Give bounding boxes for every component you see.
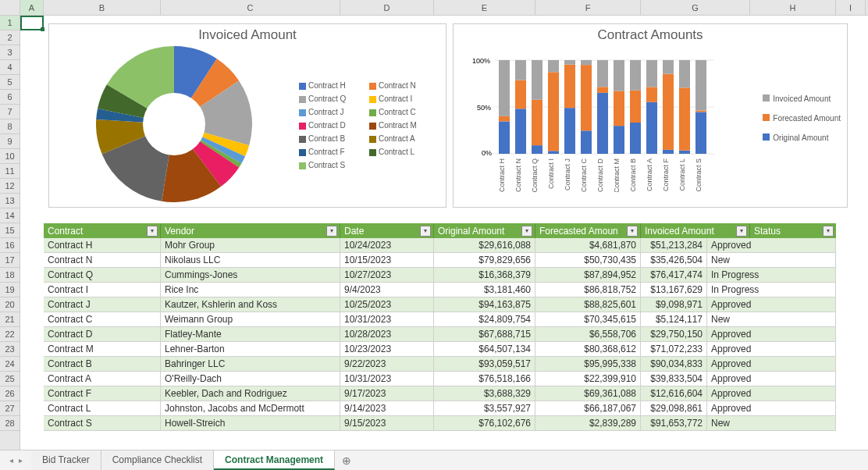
row-header-12[interactable]: 12 bbox=[0, 179, 20, 194]
th-status[interactable]: Status▾ bbox=[750, 223, 836, 238]
row-header-23[interactable]: 23 bbox=[0, 342, 20, 357]
cell[interactable]: $9,098,971 bbox=[641, 297, 707, 312]
cell[interactable]: $88,825,601 bbox=[535, 297, 641, 312]
row-header-4[interactable]: 4 bbox=[0, 60, 20, 75]
cell[interactable]: Approved bbox=[707, 372, 836, 386]
cell[interactable]: $4,681,870 bbox=[535, 238, 641, 253]
tab-nav-arrows[interactable]: ◂ ▸ bbox=[0, 456, 31, 465]
cell[interactable]: Contract L bbox=[44, 401, 161, 416]
cell[interactable]: Howell-Streich bbox=[161, 416, 340, 431]
cell[interactable]: $79,829,656 bbox=[434, 253, 535, 268]
row-header-28[interactable]: 28 bbox=[0, 416, 20, 431]
add-sheet-button[interactable]: ⊕ bbox=[335, 454, 358, 467]
cell[interactable]: Weimann Group bbox=[161, 312, 340, 327]
row-header-14[interactable]: 14 bbox=[0, 208, 20, 223]
cell[interactable]: $87,894,952 bbox=[535, 268, 641, 283]
th-date[interactable]: Date▾ bbox=[340, 223, 434, 238]
cell[interactable]: Approved bbox=[707, 327, 836, 342]
cell[interactable]: 9/4/2023 bbox=[340, 283, 434, 297]
cell[interactable]: $35,426,504 bbox=[641, 253, 707, 268]
cell[interactable]: $91,653,772 bbox=[641, 416, 707, 431]
row-header-16[interactable]: 16 bbox=[0, 238, 20, 253]
cell[interactable]: $6,558,706 bbox=[535, 327, 641, 342]
cell[interactable]: $66,187,067 bbox=[535, 401, 641, 416]
cell[interactable]: $16,368,379 bbox=[434, 268, 535, 283]
sheet-tab[interactable]: Contract Management bbox=[214, 450, 335, 470]
cell[interactable]: Kautzer, Kshlerin and Koss bbox=[161, 297, 340, 312]
filter-icon[interactable]: ▾ bbox=[420, 226, 431, 237]
cell[interactable]: Approved bbox=[707, 238, 836, 253]
col-header-A[interactable]: A bbox=[20, 0, 44, 15]
cell[interactable]: Contract D bbox=[44, 327, 161, 342]
row-header-1[interactable]: 1 bbox=[0, 16, 20, 30]
cell[interactable]: $51,213,284 bbox=[641, 238, 707, 253]
col-header-D[interactable]: D bbox=[340, 0, 434, 15]
cell[interactable]: 9/17/2023 bbox=[340, 386, 434, 401]
row-header-26[interactable]: 26 bbox=[0, 386, 20, 401]
cell[interactable]: Contract B bbox=[44, 357, 161, 372]
cell[interactable]: New bbox=[707, 312, 836, 327]
cell[interactable]: Contract M bbox=[44, 342, 161, 357]
cell[interactable]: 10/31/2023 bbox=[340, 312, 434, 327]
col-header-I[interactable]: I bbox=[836, 0, 866, 15]
table-row[interactable]: Contract NNikolaus LLC10/15/2023$79,829,… bbox=[44, 253, 836, 268]
cell[interactable]: New bbox=[707, 416, 836, 431]
cell[interactable]: 10/23/2023 bbox=[340, 342, 434, 357]
filter-icon[interactable]: ▾ bbox=[326, 226, 337, 237]
table-row[interactable]: Contract FKeebler, Dach and Rodriguez9/1… bbox=[44, 386, 836, 401]
row-header-20[interactable]: 20 bbox=[0, 297, 20, 312]
cell[interactable]: $94,163,875 bbox=[434, 297, 535, 312]
cell[interactable]: $22,399,910 bbox=[535, 372, 641, 386]
cell[interactable]: $86,818,752 bbox=[535, 283, 641, 297]
table-row[interactable]: Contract BBahringer LLC9/22/2023$93,059,… bbox=[44, 357, 836, 372]
filter-icon[interactable]: ▾ bbox=[736, 226, 747, 237]
row-header-15[interactable]: 15 bbox=[0, 223, 20, 238]
cell[interactable]: $29,750,150 bbox=[641, 327, 707, 342]
cell[interactable]: 9/14/2023 bbox=[340, 401, 434, 416]
filter-icon[interactable]: ▾ bbox=[521, 226, 532, 237]
cell[interactable]: Contract F bbox=[44, 386, 161, 401]
col-header-B[interactable]: B bbox=[44, 0, 161, 15]
table-row[interactable]: Contract QCummings-Jones10/27/2023$16,36… bbox=[44, 268, 836, 283]
cell[interactable]: 10/24/2023 bbox=[340, 238, 434, 253]
row-header-21[interactable]: 21 bbox=[0, 312, 20, 327]
chart-invoiced-amount[interactable]: Invoiced Amount Contract HContract NCont… bbox=[48, 23, 446, 208]
cell[interactable]: $29,098,861 bbox=[641, 401, 707, 416]
cell[interactable]: Approved bbox=[707, 386, 836, 401]
cell[interactable]: $64,507,134 bbox=[434, 342, 535, 357]
row-header-22[interactable]: 22 bbox=[0, 327, 20, 342]
row-header-24[interactable]: 24 bbox=[0, 357, 20, 372]
cell[interactable]: $5,124,117 bbox=[641, 312, 707, 327]
cell[interactable]: Contract I bbox=[44, 283, 161, 297]
cell[interactable]: $3,688,329 bbox=[434, 386, 535, 401]
cell[interactable]: Contract Q bbox=[44, 268, 161, 283]
filter-icon[interactable]: ▾ bbox=[147, 226, 158, 237]
cell[interactable]: Cummings-Jones bbox=[161, 268, 340, 283]
cell[interactable]: 10/25/2023 bbox=[340, 297, 434, 312]
cell[interactable]: Approved bbox=[707, 297, 836, 312]
cell[interactable]: $29,616,088 bbox=[434, 238, 535, 253]
cell[interactable]: 10/28/2023 bbox=[340, 327, 434, 342]
row-header-8[interactable]: 8 bbox=[0, 119, 20, 134]
cell[interactable]: Bahringer LLC bbox=[161, 357, 340, 372]
row-header-19[interactable]: 19 bbox=[0, 283, 20, 297]
cell[interactable]: $50,730,435 bbox=[535, 253, 641, 268]
row-header-10[interactable]: 10 bbox=[0, 149, 20, 164]
cell[interactable]: Contract A bbox=[44, 372, 161, 386]
row-header-2[interactable]: 2 bbox=[0, 30, 20, 45]
cell[interactable]: New bbox=[707, 253, 836, 268]
cell[interactable]: $39,833,504 bbox=[641, 372, 707, 386]
table-row[interactable]: Contract JKautzer, Kshlerin and Koss10/2… bbox=[44, 297, 836, 312]
row-header-5[interactable]: 5 bbox=[0, 75, 20, 90]
cell[interactable]: Contract C bbox=[44, 312, 161, 327]
row-header-3[interactable]: 3 bbox=[0, 45, 20, 60]
cell[interactable]: 10/27/2023 bbox=[340, 268, 434, 283]
cell[interactable]: $76,417,474 bbox=[641, 268, 707, 283]
row-header-6[interactable]: 6 bbox=[0, 90, 20, 105]
select-all-corner[interactable] bbox=[0, 0, 20, 15]
cell[interactable]: $70,345,615 bbox=[535, 312, 641, 327]
table-row[interactable]: Contract AO'Reilly-Dach10/31/2023$76,518… bbox=[44, 372, 836, 386]
cell[interactable]: Johnston, Jacobs and McDermott bbox=[161, 401, 340, 416]
cell[interactable]: $80,368,612 bbox=[535, 342, 641, 357]
th-vendor[interactable]: Vendor▾ bbox=[161, 223, 340, 238]
